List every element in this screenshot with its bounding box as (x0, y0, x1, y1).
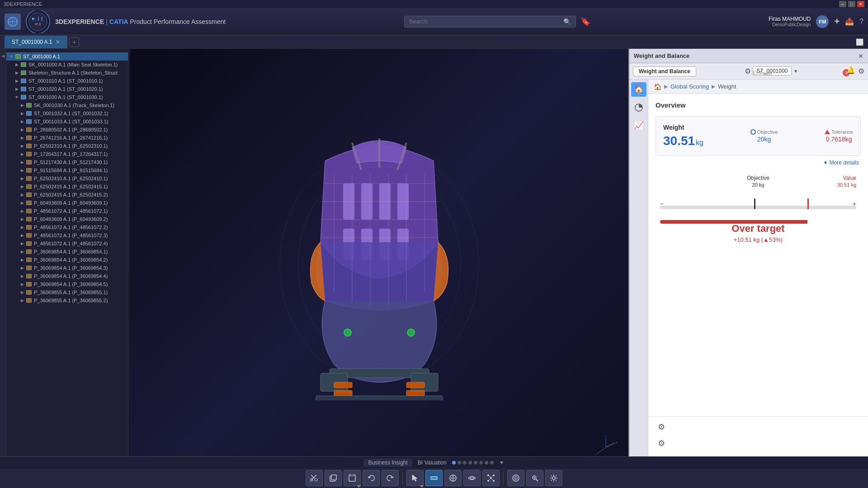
wb-config-button[interactable]: ⚙ (654, 420, 669, 434)
breadcrumb-global-scoring[interactable]: Global Scoring (670, 83, 709, 90)
tree-item-14[interactable]: ▶P_51217430 A.1 (P_51217430.1) (6, 158, 128, 166)
tree-toggle[interactable]: ▶ (19, 249, 25, 255)
wb-close-button[interactable]: ✕ (858, 52, 863, 60)
share-button[interactable]: 📤 (845, 17, 854, 26)
tree-toggle[interactable]: ▶ (19, 183, 25, 190)
tree-item-3[interactable]: ▶Skeleton_Structure A.1 (Skeleton_Struct (6, 69, 128, 77)
tree-toggle[interactable]: ▶ (14, 86, 20, 92)
bi-dot-2[interactable] (458, 461, 461, 465)
search-icon[interactable]: 🔍 (563, 18, 571, 25)
tab-add-button[interactable]: + (69, 37, 79, 47)
tree-item-4[interactable]: ▶ST_0001010 A.1 (ST_0001010.1) (6, 77, 128, 85)
tree-toggle[interactable]: ▶ (19, 118, 25, 125)
bi-dot-6[interactable] (479, 461, 483, 465)
tree-item-7[interactable]: ▶SK_0001030 A.1 (Track_Skeleton.1) (6, 101, 128, 109)
play-controls[interactable]: ▶ ❙❙ R.8 (25, 10, 51, 33)
bi-dot-4[interactable] (468, 461, 472, 465)
tab-expand-icon[interactable]: ⬜ (856, 38, 863, 46)
tree-toggle[interactable]: ▶ (19, 208, 25, 214)
maximize-button[interactable]: □ (848, 1, 855, 7)
tree-toggle[interactable]: ▶ (19, 240, 25, 247)
bookmark-button[interactable]: 🔖 (580, 17, 590, 27)
collapse-sidebar-button[interactable]: ◀ (1, 53, 5, 58)
tree-item-16[interactable]: ▶P_62502410 A.1 (P_62502410.1) (6, 174, 128, 183)
bi-collapse-icon[interactable]: ▼ (499, 460, 505, 466)
tree-item-23[interactable]: ▶P_48561072 A.1 (P_48561072.3) (6, 231, 128, 239)
tree-item-20[interactable]: ▶P_48561072 A.1 (P_48561072.1) (6, 207, 128, 215)
tree-toggle[interactable]: ▼ (14, 94, 20, 100)
tree-item-22[interactable]: ▶P_48561072 A.1 (P_48561072.2) (6, 223, 128, 231)
tree-toggle[interactable]: ▶ (19, 192, 25, 198)
tree-toggle[interactable]: ▶ (19, 159, 25, 165)
close-button[interactable]: ✕ (857, 1, 864, 7)
bi-dot-8[interactable] (490, 461, 494, 465)
tree-item-21[interactable]: ▶P_60493609 A.1 (P_60493609.2) (6, 215, 128, 223)
tree-item-13[interactable]: ▶P_17264317 A.1 (P_17264317.1) (6, 150, 128, 158)
tree-item-17[interactable]: ▶P_62502415 A.1 (P_62502415.1) (6, 183, 128, 191)
tab-st-0001000[interactable]: ST_0001000 A.1 ✕ (5, 36, 67, 48)
settings-tool-button[interactable] (545, 470, 562, 486)
tree-item-9[interactable]: ▶ST_0001033 A.1 (ST_0001033.1) (6, 117, 128, 126)
tree-item-8[interactable]: ▶ST_0001032 A.1 (ST_0001032.1) (6, 109, 128, 117)
tree-toggle[interactable]: ▶ (19, 216, 25, 222)
paste-tool-button[interactable] (344, 470, 361, 486)
minimize-button[interactable]: ─ (839, 1, 846, 7)
select-tool-button[interactable] (406, 470, 424, 486)
bi-dot-1[interactable] (452, 461, 456, 465)
search-bar[interactable]: 🔍 (404, 16, 576, 28)
tree-item-27[interactable]: ▶P_36069854 A.1 (P_36069854.3) (6, 264, 128, 272)
tree-toggle[interactable]: ▶ (19, 289, 25, 296)
bi-dot-5[interactable] (474, 461, 477, 465)
tree-item-6[interactable]: ▼ST_0001030 A.1 (ST_0001030.1) (6, 93, 128, 101)
tree-item-28[interactable]: ▶P_36069854 A.1 (P_36069854.4) (6, 272, 128, 280)
tree-item-24[interactable]: ▶P_48561072 A.1 (P_48561072.4) (6, 239, 128, 248)
tree-toggle[interactable]: ▶ (19, 102, 25, 108)
tree-toggle[interactable]: ▶ (19, 110, 25, 117)
copy-tool-button[interactable] (325, 470, 342, 486)
wb-chart-pie-button[interactable] (631, 100, 646, 115)
bi-dot-3[interactable] (463, 461, 467, 465)
tree-toggle[interactable]: ▶ (19, 167, 25, 174)
add-button[interactable]: + (834, 16, 840, 27)
wb-trend-button[interactable]: 📈 (631, 118, 646, 133)
tree-item-26[interactable]: ▶P_36069854 A.1 (P_36069854.2) (6, 256, 128, 264)
tree-toggle[interactable]: ▶ (19, 257, 25, 263)
cut-tool-button[interactable] (306, 470, 323, 486)
target-tool-button[interactable] (507, 470, 524, 486)
more-details-link[interactable]: ▼ More details (656, 160, 861, 166)
tree-item-10[interactable]: ▶P_28680502 A.1 (P_28680502.1) (6, 126, 128, 134)
tree-toggle[interactable]: ▶ (19, 143, 25, 149)
tree-toggle[interactable]: ▶ (14, 61, 20, 68)
tree-item-5[interactable]: ▶ST_0001020 A.1 (ST_0001020.1) (6, 85, 128, 93)
viewport-3d[interactable]: X Y Z (130, 49, 628, 470)
measure-tool-button[interactable] (425, 470, 443, 486)
tree-toggle[interactable]: ▶ (19, 151, 25, 157)
tree-toggle[interactable]: ▶ (19, 281, 25, 287)
user-avatar[interactable]: FM (816, 15, 829, 28)
tree-toggle[interactable]: ▼ (8, 53, 14, 60)
tree-toggle[interactable]: ▶ (19, 232, 25, 239)
tree-item-12[interactable]: ▶P_62502310 A.1 (P_62502310.1) (6, 142, 128, 150)
globe-tool-button[interactable] (444, 470, 462, 486)
gauge-plus-icon[interactable]: + (853, 200, 856, 207)
bi-dot-7[interactable] (485, 461, 488, 465)
undo-tool-button[interactable] (363, 470, 380, 486)
tree-item-11[interactable]: ▶P_26741216 A.1 (P_26741216.1) (6, 134, 128, 142)
redo-tool-button[interactable] (382, 470, 399, 486)
tree-toggle[interactable]: ▶ (19, 273, 25, 279)
tree-toggle[interactable]: ▶ (19, 224, 25, 230)
tree-toggle[interactable]: ▶ (14, 78, 20, 84)
tree-item-15[interactable]: ▶P_91515684 A.1 (P_91515684.1) (6, 166, 128, 174)
breadcrumb-home-icon[interactable]: 🏠 (654, 83, 661, 90)
analyze-tool-button[interactable] (526, 470, 543, 486)
tree-toggle[interactable]: ▶ (19, 175, 25, 182)
tree-toggle[interactable]: ▶ (19, 127, 25, 133)
tree-item-25[interactable]: ▶P_36069854 A.1 (P_36069854.1) (6, 248, 128, 256)
tree-toggle[interactable]: ▶ (19, 265, 25, 271)
wb-product-dropdown-icon[interactable]: ▼ (793, 69, 798, 74)
tree-item-18[interactable]: ▶P_62502415 A.1 (P_62502415.2) (6, 191, 128, 199)
wb-filter-button[interactable]: ⚙ (654, 436, 669, 450)
tree-toggle[interactable]: ▶ (19, 135, 25, 141)
wb-settings-button[interactable]: ⚙ (858, 67, 864, 75)
network-tool-button[interactable] (482, 470, 500, 486)
